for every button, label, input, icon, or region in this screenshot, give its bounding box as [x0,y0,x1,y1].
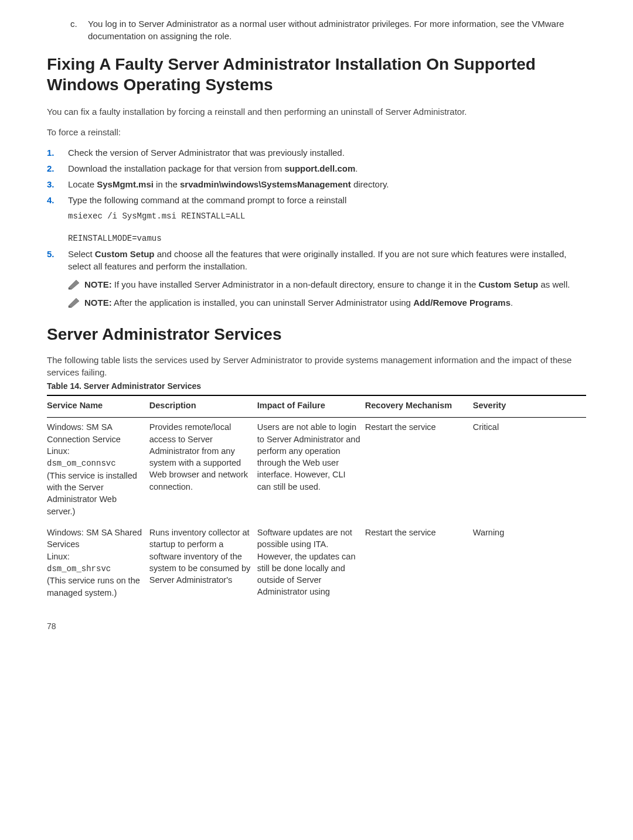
link-text: support.dell.com [284,163,355,173]
text-fragment: in the [154,179,180,189]
step-4: 4. Type the following command at the com… [47,194,586,244]
service-binary-name: dsm_om_connsvc [47,459,116,468]
list-letter: c. [70,18,88,42]
note-text: NOTE: If you have installed Server Admin… [84,278,570,291]
text-fragment: Windows: SM SA Shared Services [47,528,142,549]
directory-path: srvadmin\windows\SystemsManagement [180,179,351,189]
text-fragment: Type the following command at the comman… [68,195,346,205]
cell-severity: Warning [473,523,586,605]
cell-description: Runs inventory collector at startup to p… [149,523,257,605]
text-fragment: Locate [68,179,97,189]
step-3: 3. Locate SysMgmt.msi in the srvadmin\wi… [47,178,586,190]
step-number: 1. [47,146,68,159]
table-caption: Table 14. Server Administrator Services [47,381,586,392]
command-line: REINSTALLMODE=vamus [68,233,586,245]
cell-impact: Users are not able to login to Server Ad… [257,418,365,523]
text-fragment: (This service is installed with the Serv… [47,471,137,516]
col-service-name: Service Name [47,395,149,418]
text-fragment: After the application is installed, you … [112,298,413,308]
note-icon [68,279,80,290]
list-text: You log in to Server Administrator as a … [88,18,586,42]
step-text: Type the following command at the comman… [68,194,586,244]
services-intro-paragraph: The following table lists the services u… [47,354,586,378]
cell-recovery: Restart the service [365,523,473,605]
table-row: Windows: SM SA Shared Services Linux: ds… [47,523,586,605]
text-fragment: Select [68,249,95,259]
step-number: 2. [47,162,68,175]
heading-server-administrator-services: Server Administrator Services [47,323,586,346]
text-fragment: . [511,298,513,308]
force-reinstall-label: To force a reinstall: [47,126,586,138]
intro-list-item: c. You log in to Server Administrator as… [70,18,586,42]
filename: SysMgmt.msi [97,179,154,189]
step-number: 4. [47,194,68,244]
step-2: 2. Download the installation package for… [47,162,586,175]
fixing-intro-paragraph: You can fix a faulty installation by for… [47,105,586,118]
ui-option-name: Custom Setup [95,249,155,259]
step-text: Select Custom Setup and choose all the f… [68,248,586,309]
text-fragment: Windows: SM SA Connection Service [47,422,121,443]
cell-severity: Critical [473,418,586,523]
cell-service-name: Windows: SM SA Connection Service Linux:… [47,418,149,523]
col-impact: Impact of Failure [257,395,365,418]
step-number: 3. [47,178,68,190]
text-fragment: Linux: [47,552,70,561]
cell-description: Provides remote/local access to Server A… [149,418,257,523]
command-line: msiexec /i SysMgmt.msi REINSTALL=ALL [68,211,586,223]
ui-option-name: Custom Setup [479,279,539,289]
text-fragment: Download the installation package for th… [68,163,284,173]
text-fragment: (This service runs on the managed system… [47,576,140,597]
text-fragment: directory. [351,179,389,189]
ui-option-name: Add/Remove Programs [413,298,511,308]
reinstall-steps-list: 1. Check the version of Server Administr… [47,146,586,309]
step-5: 5. Select Custom Setup and choose all th… [47,248,586,309]
text-fragment: Linux: [47,446,70,456]
table-row: Windows: SM SA Connection Service Linux:… [47,418,586,523]
col-severity: Severity [473,395,586,418]
text-fragment: . [355,163,358,173]
note-label: NOTE: [84,279,112,289]
cell-recovery: Restart the service [365,418,473,523]
step-1: 1. Check the version of Server Administr… [47,146,586,159]
heading-fixing-installation: Fixing A Faulty Server Administrator Ins… [47,54,586,95]
page-number: 78 [47,621,586,633]
text-fragment: as well. [538,279,570,289]
note-block: NOTE: After the application is installed… [68,296,586,309]
service-binary-name: dsm_om_shrsvc [47,564,111,573]
col-description: Description [149,395,257,418]
table-header-row: Service Name Description Impact of Failu… [47,395,586,418]
note-text: NOTE: After the application is installed… [84,296,513,309]
note-label: NOTE: [84,298,112,308]
cell-service-name: Windows: SM SA Shared Services Linux: ds… [47,523,149,605]
step-text: Check the version of Server Administrato… [68,146,586,159]
col-recovery: Recovery Mechanism [365,395,473,418]
note-icon [68,298,80,308]
text-fragment: If you have installed Server Administrat… [112,279,479,289]
services-table: Service Name Description Impact of Failu… [47,395,586,605]
cell-impact: Software updates are not possible using … [257,523,365,605]
note-block: NOTE: If you have installed Server Admin… [68,278,586,291]
step-text: Locate SysMgmt.msi in the srvadmin\windo… [68,178,586,190]
step-number: 5. [47,248,68,309]
step-text: Download the installation package for th… [68,162,586,175]
